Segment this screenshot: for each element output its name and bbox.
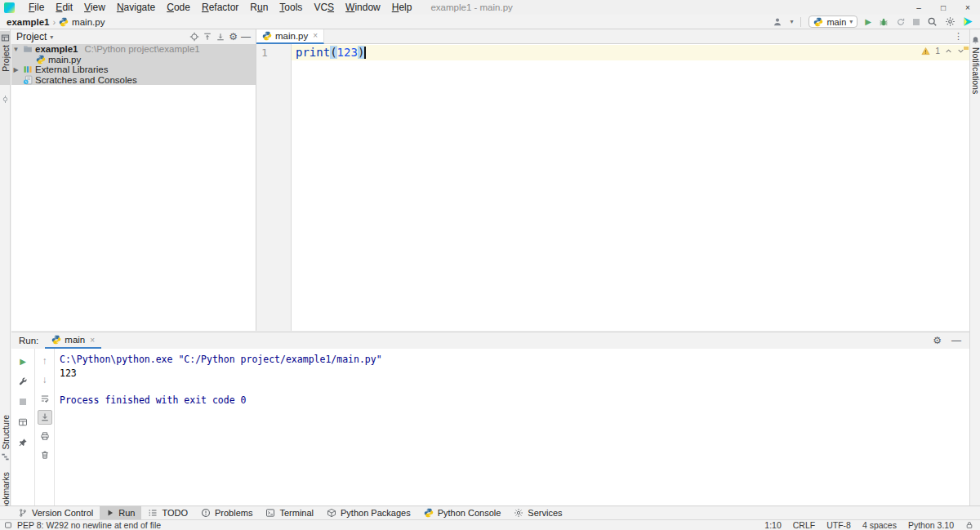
close-icon[interactable]: × (90, 336, 95, 345)
restore-button[interactable]: □ (931, 0, 956, 15)
services-icon (514, 508, 523, 518)
libraries-icon (23, 65, 33, 74)
stop-button[interactable] (913, 19, 920, 25)
tree-item-main-py[interactable]: main.py (11, 55, 256, 65)
close-button[interactable]: × (956, 0, 980, 15)
code-line[interactable]: print(123) (296, 46, 366, 59)
project-panel-header: Project ▾ ⚙ — (11, 29, 256, 44)
sidebar-item-notifications[interactable]: Notifications (970, 36, 980, 109)
run-tab-main[interactable]: main × (45, 332, 101, 349)
tool-window-button-version-control[interactable]: Version Control (11, 506, 100, 520)
breadcrumb-file[interactable]: main.py (72, 17, 105, 27)
expand-all-button[interactable] (216, 32, 225, 42)
tool-window-button-label: Run (118, 508, 135, 518)
stop-button[interactable] (16, 394, 30, 409)
soft-wrap-button[interactable] (38, 391, 52, 406)
menu-file[interactable]: File (23, 1, 50, 14)
multicolor-play-icon[interactable] (963, 16, 973, 27)
status-message[interactable]: PEP 8: W292 no newline at end of file (17, 520, 161, 530)
sidebar-item-structure[interactable]: Structure (0, 415, 11, 467)
chevron-down-icon[interactable]: ▼ (11, 46, 20, 53)
tree-item-label: Scratches and Consoles (35, 75, 137, 85)
status-widget-python-3-10[interactable]: Python 3.10 (908, 520, 954, 530)
scroll-to-end-button[interactable] (38, 410, 52, 425)
tool-window-button-services[interactable]: Services (507, 506, 568, 520)
tool-window-button-terminal[interactable]: Terminal (259, 506, 320, 520)
editor-tab-bar: main.py × ⋮ (256, 29, 969, 44)
breadcrumb-project[interactable]: example1 (7, 17, 49, 27)
rerun-button[interactable]: ▶ (16, 354, 30, 368)
tool-window-button-python-packages[interactable]: Python Packages (320, 506, 417, 520)
lock-icon[interactable] (965, 521, 973, 529)
restore-layout-icon[interactable] (16, 415, 30, 430)
wrench-icon[interactable] (16, 374, 30, 389)
tree-item-external-libraries[interactable]: ▶External Libraries (11, 65, 256, 75)
prev-issue-button[interactable] (945, 47, 952, 55)
tab-options-icon[interactable]: ⋮ (954, 31, 963, 42)
scratches-icon (23, 75, 33, 85)
chevron-right-icon[interactable]: ▶ (11, 66, 20, 73)
project-panel: Project ▾ ⚙ — ▼example1C:\Python project… (11, 29, 256, 331)
python-icon (36, 55, 46, 65)
background-tasks-icon[interactable] (4, 521, 12, 529)
print-button[interactable] (38, 429, 52, 443)
menu-run[interactable]: Run (244, 1, 274, 14)
console-output[interactable]: C:\Python\python.exe "C:/Python project/… (55, 349, 969, 506)
debug-button[interactable] (879, 17, 889, 27)
status-widget-1-10[interactable]: 1:10 (764, 520, 781, 530)
search-everywhere-button[interactable] (927, 16, 938, 27)
packages-icon (327, 508, 336, 518)
menu-window[interactable]: Window (340, 1, 386, 14)
project-panel-title[interactable]: Project (16, 31, 47, 42)
close-icon[interactable]: × (313, 31, 318, 40)
commit-stripe-icon[interactable] (0, 95, 11, 106)
warning-stripe-mark[interactable] (964, 47, 969, 50)
up-stack-trace-button[interactable]: ↑ (38, 354, 52, 368)
status-widget-crlf[interactable]: CRLF (793, 520, 815, 530)
sidebar-item-project[interactable]: Project (0, 31, 11, 85)
toolbar-divider (800, 17, 801, 27)
code-token-paren: ) (358, 46, 364, 59)
minimize-button[interactable]: – (906, 0, 931, 15)
chevron-down-icon[interactable]: ▾ (50, 33, 53, 41)
collapse-all-button[interactable] (203, 32, 212, 42)
tool-window-button-problems[interactable]: Problems (194, 506, 259, 520)
tool-window-button-todo[interactable]: TODO (141, 506, 194, 520)
locate-file-button[interactable] (189, 32, 199, 42)
menu-tools[interactable]: Tools (274, 1, 308, 14)
menu-help[interactable]: Help (386, 1, 418, 14)
tree-item-scratches-and-consoles[interactable]: Scratches and Consoles (11, 75, 256, 86)
menu-navigate[interactable]: Navigate (111, 1, 161, 14)
gear-icon[interactable]: ⚙ (229, 31, 238, 42)
pin-tab-icon[interactable] (16, 435, 30, 450)
user-icon[interactable] (773, 17, 782, 27)
menu-code[interactable]: Code (161, 1, 196, 14)
settings-button[interactable] (945, 16, 956, 27)
editor-tab-label: main.py (275, 31, 308, 41)
structure-icon (1, 452, 10, 461)
gear-icon[interactable]: ⚙ (933, 335, 942, 346)
rerun-button[interactable] (896, 17, 906, 27)
clear-console-button[interactable] (38, 448, 52, 462)
hide-panel-button[interactable]: — (241, 31, 251, 42)
down-stack-trace-button[interactable]: ↓ (38, 372, 52, 387)
run-config-name: main (826, 17, 846, 27)
chevron-down-icon: ▾ (849, 18, 853, 25)
status-widget-utf-8[interactable]: UTF-8 (826, 520, 851, 530)
menu-refactor[interactable]: Refactor (196, 1, 244, 14)
tab-main-py[interactable]: main.py × (256, 29, 324, 44)
code-token-keyword: print (296, 46, 330, 59)
run-button[interactable]: ▶ (865, 17, 871, 26)
folder-icon (23, 44, 33, 54)
menu-edit[interactable]: Edit (50, 1, 78, 14)
menu-view[interactable]: View (78, 1, 111, 14)
menu-vcs[interactable]: VCS (308, 1, 340, 14)
tool-window-button-run[interactable]: Run (100, 506, 141, 520)
status-widget-4-spaces[interactable]: 4 spaces (862, 520, 897, 530)
tool-window-button-label: Problems (215, 508, 252, 518)
hide-panel-button[interactable]: — (951, 335, 961, 346)
run-config-selector[interactable]: main ▾ (808, 16, 858, 28)
tree-item-example1[interactable]: ▼example1C:\Python project\example1 (11, 44, 256, 55)
tool-window-button-python-console[interactable]: Python Console (417, 506, 508, 520)
console-line: C:\Python\python.exe "C:/Python project/… (60, 353, 969, 367)
